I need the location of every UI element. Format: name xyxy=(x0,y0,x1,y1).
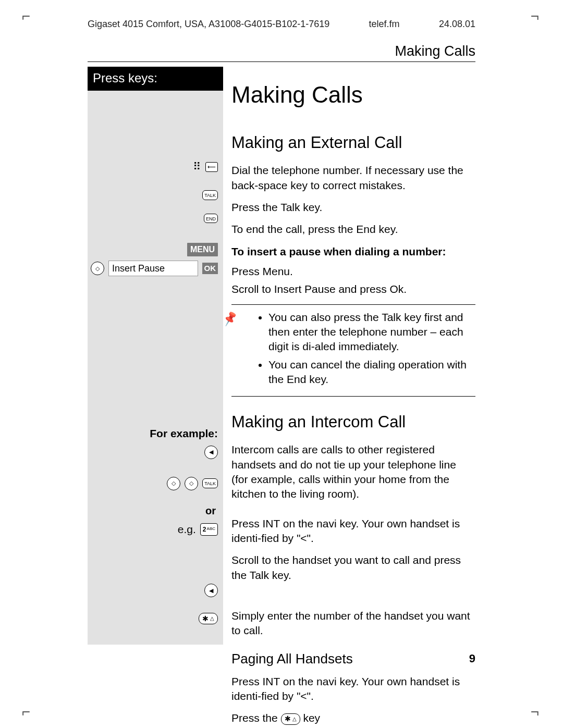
backspace-icon: ⟵ xyxy=(205,162,218,172)
eg-label: e.g. xyxy=(178,522,196,537)
cropmark: ¬ xyxy=(531,702,539,722)
keyrow-end: END xyxy=(88,212,223,226)
section-external-call: Making an External Call xyxy=(231,132,475,154)
note-item: You can cancel the dialing operation wit… xyxy=(268,357,475,387)
end-key-icon: END xyxy=(204,214,218,224)
press-keys-sidebar: Press keys: ⠿ ⟵ TALK END MENU ◇ Insert P… xyxy=(88,67,223,645)
p-end: To end the call, press the End key. xyxy=(231,222,475,237)
cropmark: ¬ xyxy=(531,6,539,26)
navi-key-int-icon: ◀ xyxy=(204,446,218,459)
keyrow-star: ✱ △ xyxy=(88,611,223,626)
star-key-icon: ✱ △ xyxy=(199,613,218,624)
keypad-icon: ⠿ xyxy=(192,159,201,174)
keyrow-dial: ⠿ ⟵ xyxy=(88,157,223,176)
p-insert-pause-heading: To insert a pause when dialing a number: xyxy=(231,244,475,259)
note-item: You can also press the Talk key first an… xyxy=(268,310,475,354)
p-paging-int: Press INT on the navi key. Your own hand… xyxy=(231,674,475,704)
for-example-label: For example: xyxy=(88,424,223,443)
or-label: or xyxy=(88,502,223,520)
menu-softkey: MENU xyxy=(187,243,218,256)
note-box: 📌 You can also press the Talk key first … xyxy=(231,304,475,397)
p-scroll-ok: Scroll to Insert Pause and press Ok. xyxy=(231,282,475,297)
navi-key-int-icon: ◀ xyxy=(204,584,218,597)
star-key-icon-inline: ✱ △ xyxy=(281,713,300,725)
navi-key-icon: ◇ xyxy=(185,477,198,490)
p-paging-star: Press the ✱ △ key xyxy=(231,711,475,725)
doc-header: Gigaset 4015 Comfort, USA, A31008-G4015-… xyxy=(88,18,475,30)
talk-key-icon: TALK xyxy=(202,478,218,488)
header-right: 24.08.01 xyxy=(439,18,475,30)
p-talk: Press the Talk key. xyxy=(231,200,475,215)
section-paging: Paging All Handsets xyxy=(231,650,475,668)
keyrow-int: ◀ xyxy=(88,443,223,461)
keyrow-eg2: e.g. 2ABC xyxy=(88,520,223,539)
cropmark: ⌐ xyxy=(22,702,30,722)
p-dial: Dial the telephone number. If necessary … xyxy=(231,163,475,193)
talk-key-icon: TALK xyxy=(202,190,218,200)
display-insert-pause: Insert Pause xyxy=(108,261,198,276)
page-number: 9 xyxy=(469,651,475,667)
running-head: Making Calls xyxy=(88,42,475,62)
pin-icon: 📌 xyxy=(222,310,256,390)
section-intercom: Making an Intercom Call xyxy=(231,411,475,433)
p-press-menu: Press Menu. xyxy=(231,264,475,279)
navi-key-icon: ◇ xyxy=(167,477,180,490)
main-column: Making Calls Making an External Call Dia… xyxy=(223,67,475,645)
keyrow-scroll-talk: ◇ ◇ TALK xyxy=(88,475,223,492)
page-title: Making Calls xyxy=(231,79,475,110)
p-int-press: Press INT on the navi key. Your own hand… xyxy=(231,516,475,546)
keyrow-talk: TALK xyxy=(88,188,223,202)
p-intercom-desc: Intercom calls are calls to other regist… xyxy=(231,442,475,501)
digit-2-key: 2ABC xyxy=(200,523,218,536)
keyrow-insert-pause: ◇ Insert Pause OK xyxy=(88,258,223,278)
sidebar-title: Press keys: xyxy=(88,67,223,91)
header-left: Gigaset 4015 Comfort, USA, A31008-G4015-… xyxy=(88,18,329,30)
p-int-scroll: Scroll to the handset you want to call a… xyxy=(231,553,475,583)
ok-softkey: OK xyxy=(202,263,218,274)
navi-key-icon: ◇ xyxy=(91,262,104,275)
p-int-enter: Simply enter the number of the handset y… xyxy=(231,609,475,638)
keyrow-int-paging: ◀ xyxy=(88,582,223,599)
cropmark: ⌐ xyxy=(22,6,30,26)
keyrow-menu: MENU xyxy=(88,241,223,258)
header-center: telef.fm xyxy=(369,18,400,30)
